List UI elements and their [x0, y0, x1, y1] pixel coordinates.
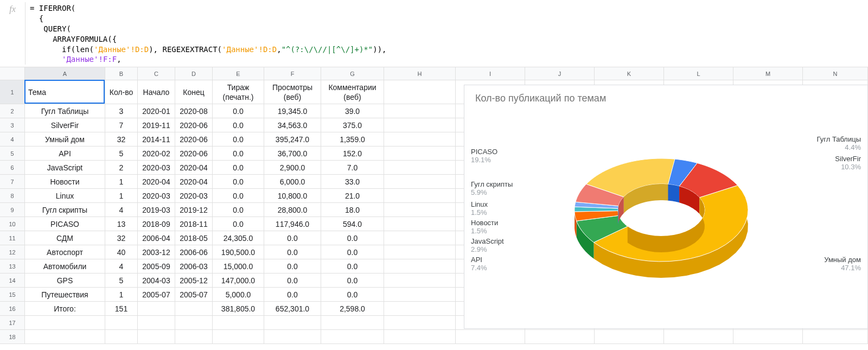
- cell[interactable]: 2018-05: [175, 231, 213, 245]
- cell[interactable]: 0.0: [264, 245, 321, 259]
- cell[interactable]: Гугл Таблицы: [25, 104, 105, 118]
- cell[interactable]: 1,359.0: [321, 132, 384, 146]
- cell[interactable]: 15,000.0: [213, 259, 264, 273]
- cell[interactable]: 2020-06: [175, 118, 213, 132]
- cell[interactable]: [384, 316, 456, 329]
- cell[interactable]: 0.0: [321, 231, 384, 245]
- cell[interactable]: 0.0: [321, 273, 384, 287]
- col-header-N[interactable]: N: [803, 67, 868, 80]
- cell[interactable]: 0.0: [321, 259, 384, 273]
- cell[interactable]: 34,563.0: [264, 118, 321, 132]
- cell[interactable]: 147,000.0: [213, 273, 264, 287]
- cell[interactable]: 2019-03: [138, 203, 175, 217]
- cell[interactable]: 19,345.0: [264, 104, 321, 118]
- cell[interactable]: [384, 147, 456, 160]
- cell[interactable]: 2005-07: [175, 288, 213, 301]
- row-header[interactable]: 15: [0, 288, 25, 302]
- col-header-G[interactable]: G: [321, 67, 384, 80]
- cell[interactable]: [105, 330, 138, 343]
- col-header-F[interactable]: F: [264, 67, 321, 80]
- cell[interactable]: 152.0: [321, 147, 384, 160]
- cell[interactable]: 381,805.0: [213, 302, 264, 315]
- row-header[interactable]: 10: [0, 217, 25, 231]
- cell[interactable]: [525, 330, 595, 343]
- cell[interactable]: Начало: [138, 80, 175, 104]
- cell[interactable]: 7: [105, 118, 138, 132]
- cell[interactable]: 2006-04: [138, 231, 175, 245]
- cell[interactable]: 2005-07: [138, 288, 175, 301]
- cell[interactable]: [664, 330, 733, 343]
- cell[interactable]: [384, 203, 456, 217]
- cell[interactable]: 2: [105, 161, 138, 174]
- cell[interactable]: 0.0: [213, 203, 264, 217]
- cell[interactable]: 39.0: [321, 104, 384, 118]
- cell[interactable]: [384, 245, 456, 259]
- cell[interactable]: [384, 259, 456, 273]
- cell[interactable]: 0.0: [321, 288, 384, 301]
- cell[interactable]: 40: [105, 245, 138, 259]
- cell[interactable]: [733, 330, 803, 343]
- cell[interactable]: [384, 175, 456, 188]
- cell[interactable]: 4: [105, 203, 138, 217]
- cell[interactable]: [803, 330, 868, 343]
- cell[interactable]: 0.0: [264, 273, 321, 287]
- cell[interactable]: Новости: [25, 175, 105, 188]
- chart-publications-by-topic[interactable]: Кол-во публикаций по темам PICASO19.1% Г…: [464, 85, 868, 329]
- row-header[interactable]: 8: [0, 189, 25, 203]
- cell[interactable]: Просмотры (веб): [264, 80, 321, 104]
- cell[interactable]: 117,946.0: [264, 217, 321, 231]
- row-header[interactable]: 17: [0, 316, 25, 330]
- row-header[interactable]: 11: [0, 231, 25, 245]
- cell[interactable]: 0.0: [213, 104, 264, 118]
- cell[interactable]: 2020-04: [175, 175, 213, 188]
- cell[interactable]: 0.0: [213, 175, 264, 188]
- cell[interactable]: [384, 118, 456, 132]
- cell[interactable]: [264, 330, 321, 343]
- cell[interactable]: [175, 316, 213, 329]
- cell[interactable]: 2018-11: [175, 217, 213, 231]
- cell[interactable]: [105, 316, 138, 329]
- cell[interactable]: [384, 288, 456, 301]
- cell[interactable]: 32: [105, 132, 138, 146]
- cell[interactable]: [321, 330, 384, 343]
- cell[interactable]: 2020-08: [175, 104, 213, 118]
- cell[interactable]: 0.0: [213, 161, 264, 174]
- cell[interactable]: 2006-03: [175, 259, 213, 273]
- cell[interactable]: JavaScript: [25, 161, 105, 174]
- cell[interactable]: 151: [105, 302, 138, 315]
- cell[interactable]: Автоспорт: [25, 245, 105, 259]
- cell[interactable]: [175, 330, 213, 343]
- cell[interactable]: 24,305.0: [213, 231, 264, 245]
- cell[interactable]: [384, 273, 456, 287]
- cell[interactable]: 2018-09: [138, 217, 175, 231]
- cell[interactable]: [213, 316, 264, 329]
- cell[interactable]: 1: [105, 288, 138, 301]
- cell[interactable]: 2020-03: [138, 189, 175, 202]
- cell[interactable]: [321, 316, 384, 329]
- cell[interactable]: 28,800.0: [264, 203, 321, 217]
- col-header-E[interactable]: E: [213, 67, 264, 80]
- cell[interactable]: 36,700.0: [264, 147, 321, 160]
- cell[interactable]: [213, 330, 264, 343]
- cell[interactable]: Гугл скрипты: [25, 203, 105, 217]
- cell[interactable]: [384, 330, 456, 343]
- cell[interactable]: Конец: [175, 80, 213, 104]
- col-header-I[interactable]: I: [456, 67, 525, 80]
- cell[interactable]: 1: [105, 175, 138, 188]
- cell[interactable]: Кол-во: [105, 80, 138, 104]
- cell[interactable]: 0.0: [264, 288, 321, 301]
- cell[interactable]: 190,500.0: [213, 245, 264, 259]
- cell[interactable]: [138, 316, 175, 329]
- col-header-D[interactable]: D: [175, 67, 213, 80]
- cell[interactable]: [384, 189, 456, 202]
- cell[interactable]: [384, 132, 456, 146]
- col-header-A[interactable]: A: [25, 67, 105, 80]
- cell[interactable]: 0.0: [321, 245, 384, 259]
- cell[interactable]: [384, 161, 456, 174]
- cell[interactable]: 2020-06: [175, 147, 213, 160]
- cell[interactable]: 10,800.0: [264, 189, 321, 202]
- cell[interactable]: 2,900.0: [264, 161, 321, 174]
- cell[interactable]: [384, 80, 456, 104]
- cell[interactable]: 13: [105, 217, 138, 231]
- cell[interactable]: [25, 330, 105, 343]
